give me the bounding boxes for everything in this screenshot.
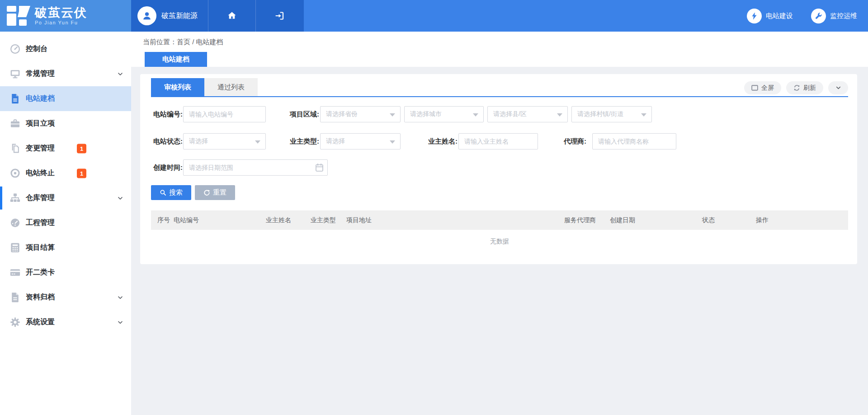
sidebar-item-warehouse-mgmt[interactable]: 仓库管理: [0, 186, 131, 210]
sidebar-item-station-termination[interactable]: 电站终止 1: [0, 161, 131, 186]
sidebar-item-project-initiation[interactable]: 项目立项: [0, 111, 131, 136]
nav-station-build[interactable]: 电站建设: [747, 9, 793, 23]
refresh-button[interactable]: 刷新: [786, 81, 823, 94]
sidebar-item-project-settlement[interactable]: 项目结算: [0, 235, 131, 260]
county-select-placeholder: 请选择县/区: [493, 110, 527, 118]
col-project-address: 项目地址: [346, 210, 372, 230]
dashboard-icon: [9, 43, 21, 55]
reset-button[interactable]: 重置: [195, 185, 235, 200]
col-service-agent: 服务代理商: [564, 210, 596, 230]
sidebar-item-data-archive[interactable]: 资料归档: [0, 285, 131, 310]
refresh-icon: [793, 84, 800, 91]
owner-type-select[interactable]: 请选择: [320, 133, 401, 149]
sidebar-item-label: 仓库管理: [26, 193, 55, 203]
brand-logo-icon: [7, 6, 30, 26]
header-user-menu[interactable]: 破茧新能源: [131, 0, 208, 32]
copy-icon: [9, 143, 21, 154]
sidebar-item-console[interactable]: 控制台: [0, 37, 131, 61]
city-select[interactable]: 请选择城市: [404, 106, 484, 122]
county-select[interactable]: 请选择县/区: [487, 106, 568, 122]
app-root: 破茧云伏 Po Jian Yun Fu 破茧新能源: [0, 0, 868, 415]
brand-title: 破茧云伏: [35, 6, 87, 19]
tab-passed-list[interactable]: 通过列表: [204, 78, 258, 96]
fullscreen-button[interactable]: 全屏: [744, 81, 781, 94]
col-create-date: 创建日期: [610, 210, 635, 230]
card-icon: [9, 267, 21, 278]
top-header: 破茧云伏 Po Jian Yun Fu 破茧新能源: [0, 0, 868, 32]
table-empty-text: 无数据: [151, 238, 848, 246]
search-button[interactable]: 搜索: [151, 185, 191, 200]
station-code-input[interactable]: [183, 106, 266, 122]
lightning-icon: [747, 9, 762, 23]
station-status-placeholder: 请选择: [189, 137, 208, 145]
agent-input[interactable]: [592, 133, 676, 149]
sidebar-item-general-mgmt[interactable]: 常规管理: [0, 61, 131, 86]
table-header-row: 序号 电站编号 业主姓名 业主类型 项目地址 服务代理商 创建日期 状态 操作: [151, 210, 848, 230]
breadcrumb: 当前位置：首页 / 电站建档: [143, 38, 223, 47]
city-select-placeholder: 请选择城市: [410, 110, 442, 118]
main-panel: 审核列表 通过列表 全屏 刷新: [140, 74, 857, 264]
nav-monitor-ops-label: 监控运维: [830, 12, 857, 20]
search-icon: [160, 189, 166, 196]
briefcase-icon: [9, 118, 21, 129]
header-right-nav: 电站建设 监控运维: [747, 0, 857, 32]
target-icon: [9, 168, 21, 179]
breadcrumb-path[interactable]: 首页 / 电站建档: [177, 38, 223, 46]
owner-type-label: 业主类型:: [288, 133, 319, 149]
sidebar-item-engineering-mgmt[interactable]: 工程管理: [0, 210, 131, 235]
breadcrumb-strip: 当前位置：首页 / 电站建档 电站建档: [131, 32, 868, 67]
sidebar-item-label: 变更管理: [26, 144, 55, 153]
panel-actions: 全屏 刷新: [744, 81, 848, 94]
header-home-button[interactable]: [208, 0, 255, 32]
collapse-button[interactable]: [828, 81, 848, 94]
caret-down-icon: [641, 113, 646, 117]
station-status-select[interactable]: 请选择: [183, 133, 266, 149]
page-tab-station-archive[interactable]: 电站建档: [145, 52, 207, 67]
region-label: 项目区域:: [288, 106, 319, 122]
tab-review-list[interactable]: 审核列表: [151, 78, 204, 96]
sidebar-item-label: 电站终止: [26, 168, 55, 178]
fullscreen-icon: [751, 85, 758, 91]
caret-down-icon: [390, 113, 395, 117]
brand-subtitle: Po Jian Yun Fu: [35, 20, 87, 26]
tab-underline: [151, 96, 848, 97]
chevron-down-icon: [835, 84, 842, 91]
col-status: 状态: [702, 210, 715, 230]
calculator-icon: [9, 242, 21, 253]
owner-name-input[interactable]: [458, 133, 538, 149]
sidebar-item-label: 资料归档: [26, 293, 55, 302]
chevron-down-icon: [117, 195, 124, 202]
avatar-icon: [137, 6, 156, 25]
archive-icon: [9, 292, 21, 303]
sidebar-item-type2-card[interactable]: 开二类卡: [0, 260, 131, 285]
sidebar-item-label: 控制台: [26, 44, 47, 54]
agent-label: 代理商:: [556, 133, 586, 149]
col-actions: 操作: [756, 210, 769, 230]
login-icon: [274, 10, 285, 21]
province-select[interactable]: 请选择省份: [320, 106, 401, 122]
sitemap-icon: [9, 192, 21, 204]
reset-button-label: 重置: [213, 188, 226, 197]
brand-text: 破茧云伏 Po Jian Yun Fu: [35, 6, 87, 26]
gauge-icon: [9, 217, 21, 228]
nav-station-build-label: 电站建设: [766, 12, 793, 20]
caret-down-icon: [557, 113, 562, 117]
monitor-icon: [9, 68, 21, 79]
caret-down-icon: [390, 140, 395, 144]
town-select[interactable]: 请选择村镇/街道: [571, 106, 652, 122]
gear-icon: [9, 317, 21, 328]
create-time-range-input[interactable]: [183, 159, 328, 176]
col-owner-name: 业主姓名: [266, 210, 291, 230]
nav-monitor-ops[interactable]: 监控运维: [811, 9, 857, 23]
chevron-down-icon: [117, 70, 124, 78]
sidebar-item-change-mgmt[interactable]: 变更管理 1: [0, 136, 131, 161]
caret-down-icon: [473, 113, 478, 117]
sidebar-item-system-settings[interactable]: 系统设置: [0, 310, 131, 335]
station-termination-badge: 1: [77, 168, 86, 178]
sidebar-item-label: 项目结算: [26, 243, 55, 252]
owner-name-label: 业主姓名:: [421, 133, 458, 149]
header-login-button[interactable]: [255, 0, 304, 32]
sidebar-item-station-archive[interactable]: 电站建档: [0, 86, 131, 111]
search-button-label: 搜索: [169, 188, 183, 197]
station-code-label: 电站编号:: [151, 106, 183, 122]
